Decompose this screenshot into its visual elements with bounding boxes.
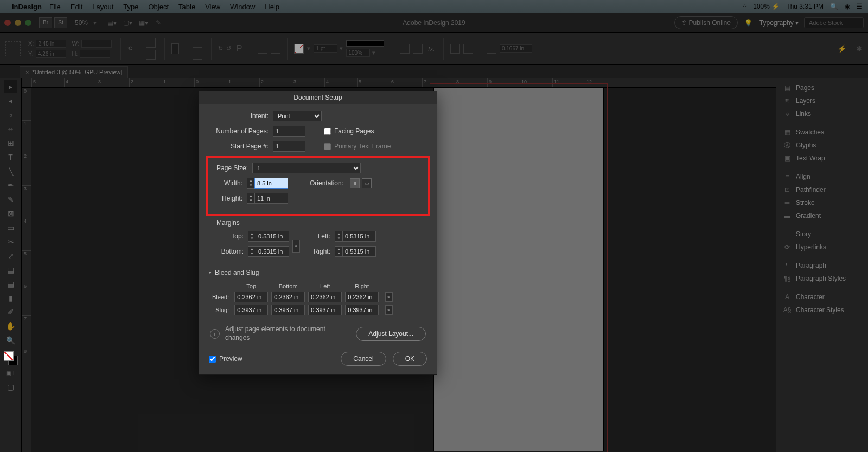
bleed-bottom-field[interactable] (271, 292, 305, 302)
info-icon: i (210, 329, 220, 339)
width-stepper[interactable]: ▲▼ (247, 178, 254, 189)
height-stepper[interactable]: ▲▼ (247, 193, 254, 204)
height-label: Height: (214, 195, 247, 202)
primary-text-frame-checkbox: Primary Text Frame (324, 143, 391, 150)
margin-right-field[interactable] (342, 246, 376, 257)
margin-top-field[interactable] (256, 231, 289, 242)
num-pages-label: Number of Pages: (209, 127, 273, 135)
dialog-title[interactable]: Document Setup (199, 91, 437, 104)
adjust-layout-button[interactable]: Adjust Layout... (356, 327, 426, 341)
ok-button[interactable]: OK (393, 352, 427, 366)
document-setup-dialog: Document Setup Intent: Print Number of P… (199, 91, 437, 375)
slug-row-label: Slug: (212, 305, 231, 315)
margin-bottom-label: Bottom: (216, 248, 248, 255)
width-field[interactable] (254, 178, 288, 189)
margin-left-label: Left: (310, 233, 335, 240)
start-page-label: Start Page #: (209, 143, 273, 150)
page-size-label: Page Size: (214, 164, 252, 172)
margin-right-label: Right: (310, 248, 335, 255)
bleed-slug-table: TopBottomLeftRight Bleed: ⚭ Slug: ⚭ (209, 281, 396, 318)
bleed-row-label: Bleed: (212, 292, 231, 302)
facing-pages-checkbox[interactable]: Facing Pages (324, 127, 374, 135)
disclosure-icon[interactable]: ▾ (209, 270, 212, 275)
link-bleed-icon[interactable]: ⚭ (385, 292, 393, 302)
adjust-info-text: Adjust page elements to document changes (225, 325, 350, 342)
slug-right-field[interactable] (345, 305, 379, 315)
bleed-left-field[interactable] (308, 292, 342, 302)
preview-checkbox[interactable]: Preview (209, 355, 242, 363)
orientation-portrait[interactable]: ▯ (350, 178, 360, 188)
intent-select[interactable]: Print (273, 111, 322, 121)
link-margins-icon[interactable]: ⚭ (292, 240, 300, 253)
height-field[interactable] (254, 193, 288, 204)
orientation-landscape[interactable]: ▭ (362, 178, 372, 188)
orientation-label: Orientation: (310, 179, 348, 187)
bleed-slug-heading[interactable]: ▾Bleed and Slug (209, 269, 427, 276)
margin-bottom-field[interactable] (256, 246, 289, 257)
start-page-field[interactable] (273, 141, 305, 152)
margin-left-stepper[interactable]: ▲▼ (335, 231, 342, 242)
margin-top-label: Top: (216, 233, 248, 240)
bleed-right-field[interactable] (345, 292, 379, 302)
margin-right-stepper[interactable]: ▲▼ (335, 246, 342, 257)
margins-heading: Margins (216, 219, 427, 227)
page-size-select[interactable]: 1 (252, 163, 361, 173)
slug-top-field[interactable] (234, 305, 268, 315)
cancel-button[interactable]: Cancel (341, 352, 386, 366)
num-pages-field[interactable] (273, 126, 305, 137)
slug-left-field[interactable] (308, 305, 342, 315)
margin-left-field[interactable] (342, 231, 376, 242)
width-label: Width: (214, 179, 247, 187)
margin-bottom-stepper[interactable]: ▲▼ (248, 246, 256, 257)
page-size-highlight: Page Size: 1 Width: ▲▼ Orientation: ▯ ▭ … (206, 156, 430, 216)
slug-bottom-field[interactable] (271, 305, 305, 315)
margin-top-stepper[interactable]: ▲▼ (248, 231, 256, 242)
bleed-top-field[interactable] (234, 292, 268, 302)
link-slug-icon[interactable]: ⚭ (385, 305, 393, 315)
intent-label: Intent: (209, 112, 273, 120)
